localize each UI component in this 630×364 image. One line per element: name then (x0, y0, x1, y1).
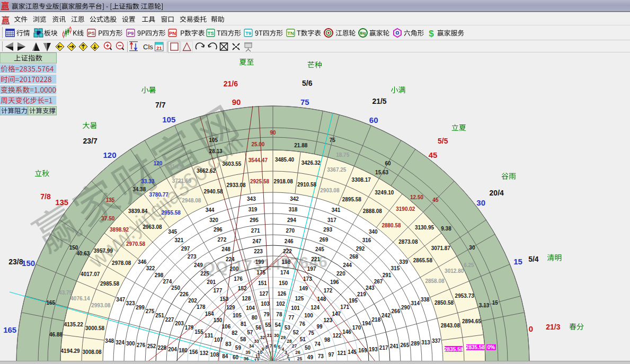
svg-text:169: 169 (358, 348, 367, 353)
svg-text:4076.14: 4076.14 (70, 296, 90, 301)
svg-text:101: 101 (291, 305, 300, 311)
svg-text:97: 97 (329, 352, 335, 358)
svg-text:247: 247 (252, 238, 261, 244)
svg-text:43.75: 43.75 (59, 290, 72, 296)
svg-text:341: 341 (332, 207, 341, 213)
svg-text:251: 251 (155, 313, 164, 318)
svg-text:75: 75 (308, 330, 315, 336)
svg-text:31: 31 (267, 333, 272, 338)
svg-text:148: 148 (317, 296, 326, 302)
svg-text:2978.08: 2978.08 (112, 260, 131, 266)
svg-text:76: 76 (299, 321, 306, 327)
svg-text:198: 198 (282, 259, 291, 265)
svg-text:2850.58: 2850.58 (434, 300, 454, 306)
svg-text:197: 197 (307, 266, 316, 272)
svg-text:299: 299 (136, 305, 145, 310)
svg-text:324: 324 (116, 340, 125, 345)
svg-text:2865.58: 2865.58 (413, 258, 433, 263)
svg-text:246: 246 (285, 238, 294, 244)
svg-text:223: 223 (254, 248, 263, 254)
svg-text:49: 49 (307, 354, 314, 360)
svg-text:135: 135 (106, 197, 115, 203)
svg-text:2933.08: 2933.08 (227, 182, 246, 188)
svg-text:178: 178 (197, 304, 206, 310)
svg-text:40.63: 40.63 (76, 251, 90, 256)
svg-text:271: 271 (251, 228, 260, 234)
svg-text:150: 150 (69, 245, 78, 251)
svg-text:77: 77 (288, 315, 295, 321)
svg-text:54: 54 (275, 322, 281, 328)
svg-text:270: 270 (286, 228, 295, 234)
svg-text:T9: T9 (245, 30, 251, 36)
svg-text:318: 318 (289, 207, 298, 212)
svg-text:348: 348 (105, 338, 114, 344)
svg-text:84: 84 (222, 353, 228, 359)
svg-text:3071.87: 3071.87 (431, 245, 451, 251)
svg-text:298: 298 (155, 272, 164, 278)
svg-text:Cls: Cls (143, 43, 153, 51)
svg-text:25: 25 (297, 356, 303, 361)
svg-text:193: 193 (369, 347, 378, 352)
svg-text:5: 5 (278, 344, 281, 350)
svg-text:2858.08: 2858.08 (425, 278, 445, 284)
svg-text:250: 250 (171, 285, 180, 291)
svg-text:83: 83 (225, 341, 232, 347)
svg-text:20/4: 20/4 (490, 189, 504, 197)
svg-text:31.25: 31.25 (169, 164, 182, 170)
svg-text:272: 272 (218, 237, 227, 243)
svg-text:26: 26 (295, 350, 300, 355)
svg-text:290: 290 (401, 305, 410, 310)
svg-text:172: 172 (324, 288, 333, 294)
svg-text:2: 2 (287, 353, 289, 359)
svg-text:156: 156 (189, 349, 198, 355)
svg-text:4: 4 (282, 347, 285, 352)
svg-text:2953.73: 2953.73 (455, 293, 475, 299)
svg-text:3898.92: 3898.92 (110, 227, 129, 233)
svg-text:297: 297 (181, 246, 190, 252)
svg-text:180: 180 (179, 348, 188, 353)
svg-text:45: 45 (429, 150, 438, 159)
svg-text:103: 103 (261, 301, 270, 307)
svg-text:269: 269 (320, 237, 329, 243)
svg-text:120: 120 (103, 150, 116, 159)
svg-text:3662.62: 3662.62 (197, 168, 216, 174)
svg-text:135: 135 (55, 198, 68, 207)
svg-text:340: 340 (369, 229, 378, 235)
svg-text:105: 105 (209, 137, 218, 143)
svg-text:55: 55 (265, 322, 271, 328)
svg-text:102: 102 (276, 301, 285, 307)
svg-text:74: 74 (315, 341, 321, 347)
svg-text:313: 313 (421, 340, 430, 345)
svg-text:2918.08: 2918.08 (274, 179, 294, 184)
svg-text:30: 30 (469, 245, 475, 251)
svg-text:126: 126 (278, 291, 287, 297)
svg-text:3.13: 3.13 (479, 303, 490, 308)
svg-text:322: 322 (146, 265, 155, 271)
svg-text:34: 34 (249, 343, 254, 349)
svg-text:15.63: 15.63 (375, 170, 388, 175)
svg-text:4017.07: 4017.07 (81, 271, 100, 277)
svg-text:3308.17: 3308.17 (352, 177, 371, 183)
svg-text:0%: 0% (487, 344, 495, 350)
svg-text:202: 202 (188, 298, 197, 304)
svg-text:147: 147 (332, 311, 341, 317)
svg-text:228: 228 (157, 345, 166, 351)
svg-text:51: 51 (300, 336, 306, 342)
svg-text:106: 106 (222, 324, 231, 330)
svg-text:268: 268 (349, 254, 358, 260)
svg-text:293: 293 (323, 227, 332, 233)
svg-text:338: 338 (421, 297, 430, 303)
svg-text:75: 75 (300, 97, 309, 106)
svg-text:107: 107 (214, 337, 223, 343)
svg-text:12.50: 12.50 (410, 194, 423, 200)
svg-text:266: 266 (392, 308, 401, 314)
svg-text:4135.22: 4135.22 (64, 322, 84, 327)
svg-text:78: 78 (276, 312, 282, 317)
svg-text:294: 294 (287, 217, 296, 223)
svg-text:45: 45 (432, 197, 439, 203)
svg-text:$: $ (429, 29, 434, 39)
svg-text:219: 219 (357, 291, 366, 297)
svg-text:3000.58: 3000.58 (85, 325, 105, 331)
svg-text:155: 155 (194, 329, 203, 335)
svg-text:265: 265 (401, 342, 410, 348)
